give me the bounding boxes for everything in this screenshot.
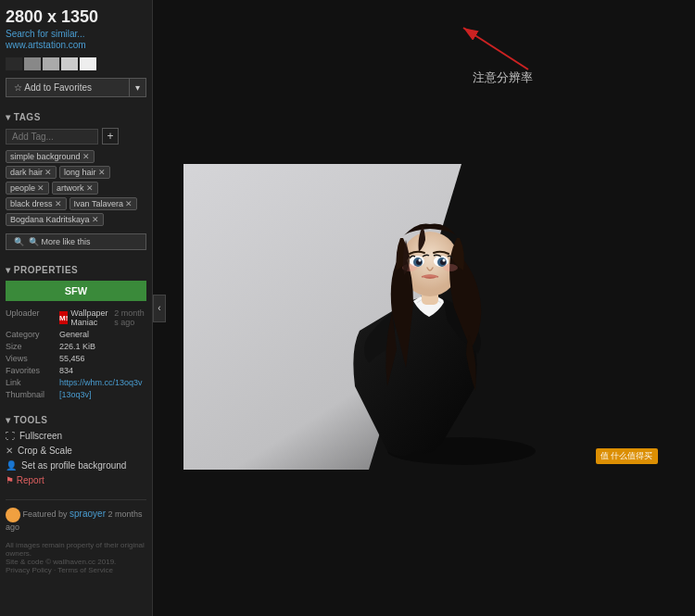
remove-tag-dark-hair[interactable]: ✕ bbox=[44, 168, 52, 177]
prop-views-row: Views 55,456 bbox=[6, 354, 146, 363]
views-value: 55,456 bbox=[59, 354, 85, 363]
add-to-favorites-button[interactable]: ☆ Add to Favorites bbox=[6, 78, 130, 97]
prop-category-row: Category General bbox=[6, 330, 146, 339]
artstation-link[interactable]: www.artstation.com bbox=[6, 40, 146, 50]
tag-ivan-talavera: Ivan Talavera ✕ bbox=[70, 197, 137, 210]
prop-uploader-row: Uploader M! WallpaperManiac 2 months ago bbox=[6, 308, 146, 327]
svg-point-13 bbox=[418, 258, 421, 261]
search-icon: 🔍 bbox=[14, 237, 24, 246]
category-label: Category bbox=[6, 330, 59, 339]
sidebar: 2800 x 1350 Search for similar... www.ar… bbox=[0, 0, 153, 616]
remove-tag-simple-background[interactable]: ✕ bbox=[82, 152, 90, 161]
favorites-container: ☆ Add to Favorites ▾ bbox=[6, 78, 146, 97]
tools-section-header: TOOLS bbox=[6, 415, 146, 425]
prop-favorites-row: Favorites 834 bbox=[6, 366, 146, 375]
more-like-this-button[interactable]: 🔍 🔍 More like this bbox=[6, 233, 146, 250]
wallpapermania-logo: M! bbox=[59, 311, 68, 324]
tags-section-header: TAGS bbox=[6, 112, 146, 122]
featured-avatar bbox=[6, 508, 20, 522]
category-value: General bbox=[59, 330, 89, 339]
resolution-title: 2800 x 1350 bbox=[6, 7, 146, 27]
featured-user[interactable]: spraoyer bbox=[70, 509, 106, 519]
footer-line-3: Privacy Policy · Terms of Service bbox=[6, 566, 146, 574]
properties-section-header: PROPERTIES bbox=[6, 265, 146, 275]
footer-line-2: Site & code © wallhaven.cc 2019. bbox=[6, 558, 146, 566]
uploader-label: Uploader bbox=[6, 308, 59, 327]
thumbnail-label: Thumbnail bbox=[6, 390, 59, 399]
sfw-button[interactable]: SFW bbox=[6, 281, 146, 301]
uploader-time: 2 months ago bbox=[114, 308, 146, 327]
swatch-5[interactable] bbox=[80, 57, 96, 70]
search-similar-link[interactable]: Search for similar... bbox=[6, 29, 146, 39]
tag-dark-hair: dark hair ✕ bbox=[6, 166, 57, 179]
swatch-3[interactable] bbox=[43, 57, 59, 70]
link-label: Link bbox=[6, 378, 59, 387]
collapse-sidebar-button[interactable]: ‹ bbox=[153, 295, 166, 322]
crop-tool[interactable]: ✕ Crop & Scale bbox=[6, 446, 146, 456]
remove-tag-bogdana[interactable]: ✕ bbox=[92, 215, 99, 224]
size-label: Size bbox=[6, 342, 59, 351]
report-tool[interactable]: ⚑ Report bbox=[6, 475, 146, 485]
tag-people: people ✕ bbox=[6, 182, 49, 195]
favorites-dropdown-button[interactable]: ▾ bbox=[130, 78, 146, 97]
profile-icon: 👤 bbox=[6, 460, 17, 471]
crop-icon: ✕ bbox=[6, 446, 13, 456]
annotation-text: 注意分辨率 bbox=[473, 69, 533, 86]
fullscreen-tool[interactable]: ⛶ Fullscreen bbox=[6, 431, 146, 441]
views-label: Views bbox=[6, 354, 59, 363]
remove-tag-ivan-talavera[interactable]: ✕ bbox=[125, 199, 133, 208]
uploader-value: M! WallpaperManiac 2 months ago bbox=[59, 308, 146, 327]
svg-point-17 bbox=[442, 258, 445, 261]
footer-line-1: All images remain property of their orig… bbox=[6, 541, 146, 558]
tag-bogdana: Bogdana Kadritskaya ✕ bbox=[6, 213, 104, 226]
add-tag-button[interactable]: + bbox=[102, 128, 119, 145]
swatch-4[interactable] bbox=[61, 57, 78, 70]
prop-thumbnail-row: Thumbnail [13oq3v] bbox=[6, 390, 146, 399]
main-content: ‹ 注意分辨率 bbox=[153, 0, 695, 616]
prop-link-row: Link https://whm.cc/13oq3v bbox=[6, 378, 146, 387]
annotation-area: 注意分辨率 bbox=[454, 19, 639, 94]
thumbnail-value[interactable]: [13oq3v] bbox=[59, 390, 92, 399]
remove-tag-artwork[interactable]: ✕ bbox=[86, 183, 94, 193]
featured-label: Featured by bbox=[23, 509, 68, 519]
favorites-value: 834 bbox=[59, 366, 73, 375]
favorites-label: Favorites bbox=[6, 366, 59, 375]
remove-tag-people[interactable]: ✕ bbox=[37, 183, 44, 193]
swatch-2[interactable] bbox=[24, 57, 41, 70]
set-profile-tool[interactable]: 👤 Set as profile background bbox=[6, 460, 146, 471]
watermark: 值 什么值得买 bbox=[596, 448, 658, 464]
fullscreen-icon: ⛶ bbox=[6, 431, 15, 441]
add-tag-input[interactable] bbox=[6, 129, 98, 145]
link-value[interactable]: https://whm.cc/13oq3v bbox=[59, 378, 143, 387]
artwork-container[interactable]: 值 什么值得买 bbox=[183, 164, 665, 471]
tags-container: simple background ✕ dark hair ✕ long hai… bbox=[6, 150, 146, 226]
artwork-image bbox=[183, 164, 665, 470]
tag-long-hair: long hair ✕ bbox=[59, 166, 110, 179]
swatch-1[interactable] bbox=[6, 57, 22, 70]
featured-section: Featured by spraoyer 2 months ago bbox=[6, 499, 146, 532]
tag-artwork: artwork ✕ bbox=[52, 182, 98, 195]
size-value: 226.1 KiB bbox=[59, 342, 95, 351]
remove-tag-black-dress[interactable]: ✕ bbox=[55, 199, 62, 208]
uploader-name[interactable]: WallpaperManiac bbox=[70, 308, 111, 327]
prop-size-row: Size 226.1 KiB bbox=[6, 342, 146, 351]
footer: All images remain property of their orig… bbox=[6, 541, 146, 574]
tags-add-row: + bbox=[6, 128, 146, 145]
color-swatches bbox=[6, 57, 146, 70]
tag-black-dress: black dress ✕ bbox=[6, 197, 67, 210]
properties-table: Uploader M! WallpaperManiac 2 months ago… bbox=[6, 308, 146, 402]
tag-simple-background: simple background ✕ bbox=[6, 150, 95, 163]
svg-line-1 bbox=[463, 28, 528, 69]
remove-tag-long-hair[interactable]: ✕ bbox=[98, 168, 106, 177]
svg-point-19 bbox=[443, 264, 458, 271]
